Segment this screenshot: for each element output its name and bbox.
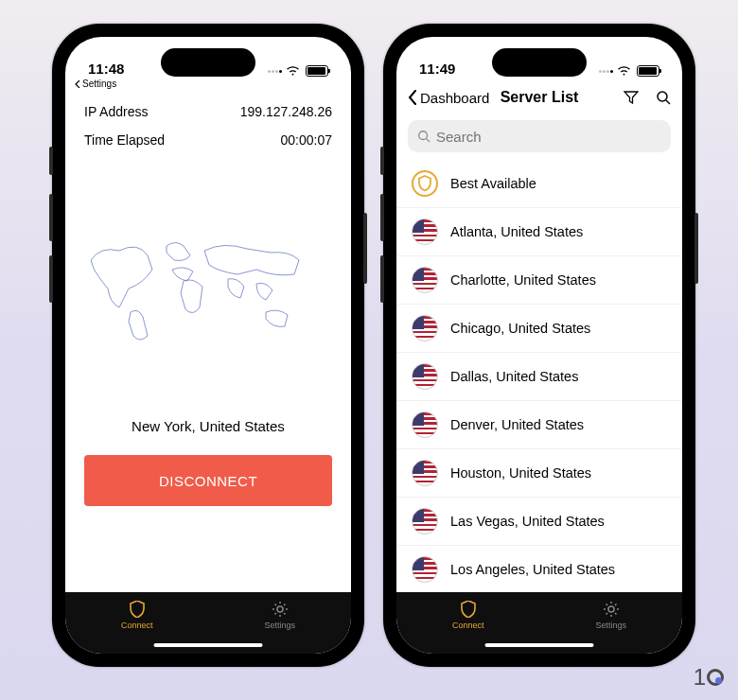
server-item[interactable]: Best Available <box>396 160 682 208</box>
home-indicator[interactable] <box>485 643 594 647</box>
wifi-icon <box>286 66 300 77</box>
server-name: Dallas, United States <box>450 369 578 384</box>
server-name: Charlotte, United States <box>450 272 596 288</box>
tab-bar: Connect Settings <box>65 592 351 654</box>
svg-line-4 <box>427 139 430 143</box>
ip-value: 199.127.248.26 <box>240 104 332 119</box>
search-field[interactable] <box>408 120 671 152</box>
server-item[interactable]: Denver, United States <box>396 401 682 449</box>
usa-flag-icon <box>412 219 438 245</box>
server-item[interactable]: Las Vegas, United States <box>396 498 682 546</box>
svg-point-5 <box>608 606 614 612</box>
time-elapsed-row: Time Elapsed 00:00:07 <box>84 132 332 148</box>
status-time: 11:48 <box>88 61 124 77</box>
status-time: 11:49 <box>419 61 455 77</box>
chevron-left-icon <box>408 90 417 105</box>
server-name: Best Available <box>450 176 536 191</box>
tab-settings[interactable]: Settings <box>595 600 626 630</box>
status-icons <box>268 65 328 77</box>
server-name: Los Angeles, United States <box>450 562 615 577</box>
home-indicator[interactable] <box>154 643 263 647</box>
wifi-icon <box>617 66 631 77</box>
back-button[interactable]: Dashboard <box>408 90 489 106</box>
battery-icon <box>637 65 659 77</box>
battery-icon <box>306 65 328 77</box>
server-name: Denver, United States <box>450 417 584 432</box>
usa-flag-icon <box>412 460 438 486</box>
status-bar: 11:49 <box>396 37 682 79</box>
disconnect-button[interactable]: DISCONNECT <box>84 455 332 506</box>
shield-icon <box>412 170 438 197</box>
search-input[interactable] <box>436 129 661 145</box>
usa-flag-icon <box>412 315 438 341</box>
usa-flag-icon <box>412 267 438 293</box>
search-icon <box>417 130 430 143</box>
svg-point-0 <box>277 606 283 612</box>
server-item[interactable]: Houston, United States <box>396 449 682 498</box>
shield-icon <box>128 600 147 619</box>
page-title: Server List <box>501 89 579 106</box>
tab-connect[interactable]: Connect <box>452 600 484 630</box>
time-label: Time Elapsed <box>84 132 165 148</box>
svg-point-3 <box>419 131 428 140</box>
gear-icon <box>271 600 290 619</box>
server-name: Atlanta, United States <box>450 224 583 239</box>
server-item[interactable]: Atlanta, United States <box>396 208 682 256</box>
server-item[interactable]: Los Angeles, United States <box>396 546 682 592</box>
usa-flag-icon <box>412 411 438 438</box>
search-icon[interactable] <box>656 90 671 105</box>
server-name: Chicago, United States <box>450 321 590 336</box>
shield-icon <box>459 600 478 619</box>
phone-connect-screen: 11:48 Settings IP Address 199.127.248.26… <box>52 24 364 667</box>
current-location: New York, United States <box>65 418 351 434</box>
nav-bar: Dashboard Server List <box>396 79 682 116</box>
gear-icon <box>602 600 621 619</box>
server-item[interactable]: Charlotte, United States <box>396 256 682 305</box>
status-bar: 11:48 <box>65 37 351 79</box>
ip-address-row: IP Address 199.127.248.26 <box>84 104 332 119</box>
server-item[interactable]: Dallas, United States <box>396 353 682 401</box>
ip-label: IP Address <box>84 104 148 119</box>
svg-point-1 <box>658 92 667 101</box>
status-icons <box>599 65 659 77</box>
filter-icon[interactable] <box>624 90 639 105</box>
usa-flag-icon <box>412 363 438 390</box>
usa-flag-icon <box>412 508 438 534</box>
watermark-logo: 1 <box>694 664 724 691</box>
time-value: 00:00:07 <box>281 132 333 148</box>
server-list[interactable]: Best AvailableAtlanta, United StatesChar… <box>396 160 682 592</box>
tab-connect[interactable]: Connect <box>121 600 153 630</box>
svg-line-2 <box>666 100 670 104</box>
tab-settings[interactable]: Settings <box>264 600 295 630</box>
world-map <box>65 189 351 388</box>
tab-bar: Connect Settings <box>396 592 682 654</box>
server-name: Houston, United States <box>450 465 591 481</box>
usa-flag-icon <box>412 556 438 583</box>
server-item[interactable]: Chicago, United States <box>396 305 682 353</box>
back-to-settings[interactable]: Settings <box>65 79 351 93</box>
server-name: Las Vegas, United States <box>450 514 605 529</box>
phone-server-list-screen: 11:49 Dashboard Server List Best <box>383 24 695 667</box>
